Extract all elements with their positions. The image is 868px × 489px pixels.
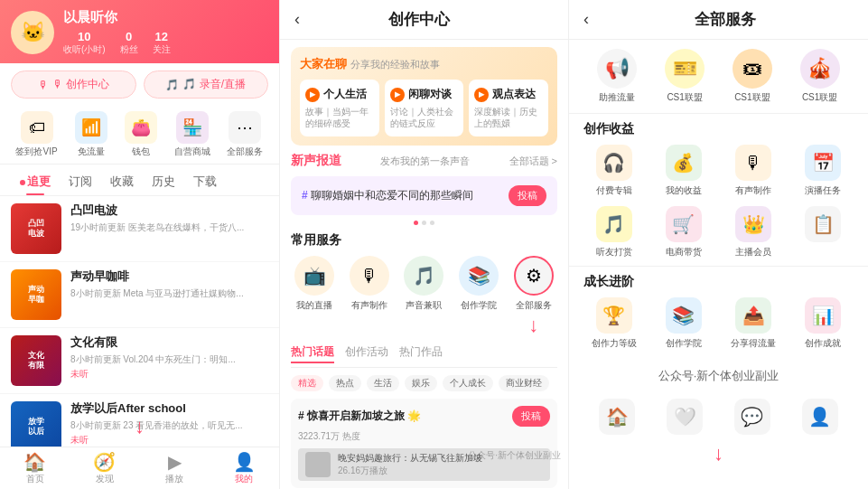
stat-fans-label: 粉丝 (120, 43, 138, 56)
left-actions: 🎙 🎙 创作中心 🎵 🎵 录音/直播 (0, 63, 279, 106)
service-all[interactable]: ⚙ 全部服务 ↓ (514, 256, 554, 312)
dajia-card-sub-3: 深度解读｜历史上的甄嬛 (474, 106, 543, 129)
feed-title-1: 凸凹电波 (70, 203, 268, 219)
subtag-hot[interactable]: 热点 (329, 375, 361, 391)
bottom-icon-1[interactable]: 🏠 (599, 399, 635, 435)
hotmen-tab-works[interactable]: 热门作品 (399, 344, 443, 363)
chuangzuo-section: 创作收益 🎧 付费专辑 💰 我的收益 🎙 有声制作 📅 演播任务 (583, 121, 854, 259)
xinsheng-submit-button[interactable]: 投稿 (509, 185, 546, 206)
list-item[interactable]: 声动早咖 声动早咖啡 8小时前更新 Meta 与亚马逊打通社媒购物... (0, 262, 279, 328)
left-tabs: 追更 订阅 收藏 历史 下载 (0, 165, 279, 196)
list-item[interactable]: 凸凹电波 凸凹电波 19小时前更新 医美老鸟在线爆料，干货八... (0, 196, 279, 262)
tab-xiazai[interactable]: 下载 (184, 168, 226, 195)
subtag-biz[interactable]: 商业财经 (499, 375, 549, 391)
icon-allservice[interactable]: ⋯ 全部服务 (227, 111, 263, 158)
dajia-play-icon-3: ▶ (474, 88, 489, 102)
tab-zhui[interactable]: 追更 (11, 168, 60, 195)
achieve-icon: 📊 (805, 297, 841, 334)
dajia-card-3[interactable]: ▶ 观点表达 深度解读｜历史上的甄嬛 (469, 80, 548, 136)
top-icon-cs1c[interactable]: 🎪 CS1联盟 (800, 49, 840, 104)
grid-item-income[interactable]: 💰 我的收益 (653, 145, 714, 197)
hotmen-tab-topic[interactable]: 热门话题 (291, 344, 334, 363)
icon-vip[interactable]: 🏷 签到抢VIP (15, 111, 57, 158)
subtag-entertain[interactable]: 娱乐 (405, 375, 437, 391)
subtags: 精选 热点 生活 娱乐 个人成长 商业财经 (291, 375, 557, 391)
nav-home[interactable]: 🏠 首页 (0, 453, 70, 485)
hot-post-submit-button[interactable]: 投稿 (512, 406, 550, 427)
nav-me[interactable]: 👤 我的 (210, 453, 279, 485)
academy-label: 创作学院 (461, 299, 497, 312)
service-part-time[interactable]: 🎵 声音兼职 (404, 256, 443, 312)
nav-me-label: 我的 (235, 473, 253, 485)
service-academy[interactable]: 📚 创作学院 (459, 256, 499, 312)
right-back-button[interactable]: ‹ (583, 10, 589, 29)
share-label: 分享得流量 (731, 337, 776, 350)
record-button[interactable]: 🎵 🎵 录音/直播 (144, 71, 269, 99)
hotmen-tabs: 热门话题 创作活动 热门作品 (291, 344, 557, 368)
icon-wallet[interactable]: 👛 钱包 (125, 111, 157, 158)
grid-item-academy-r[interactable]: 📚 创作学院 (653, 297, 714, 350)
dajia-card-1[interactable]: ▶ 个人生活 故事｜当妈一年的细碎感受 (300, 80, 379, 136)
subtag-featured[interactable]: 精选 (291, 375, 323, 391)
bottom-watermark-row: 公众号·新个体创业副业 (569, 357, 868, 395)
dot-2 (422, 221, 426, 225)
grid-item-share[interactable]: 📤 分享得流量 (723, 297, 784, 350)
grid-item-reward[interactable]: 🎵 听友打赏 (583, 206, 644, 259)
user-stats: 10 收听(小时) 0 粉丝 12 关注 (63, 30, 268, 56)
grid-item-produce-r[interactable]: 🎙 有声制作 (723, 145, 784, 197)
task-icon: 📅 (805, 145, 841, 181)
divider-1 (569, 266, 868, 267)
dajia-card-2[interactable]: ▶ 闲聊对谈 讨论｜人类社会的链式反应 (385, 80, 464, 136)
feed-thumb-1: 凸凹电波 (11, 203, 61, 254)
bottom-icon-3[interactable]: 💬 (734, 399, 770, 435)
grid-item-anchor[interactable]: 👑 主播会员 (723, 206, 784, 259)
tab-lishi[interactable]: 历史 (143, 168, 184, 195)
service-live[interactable]: 📺 我的直播 (294, 256, 334, 312)
hot-post-img-meta: 26.16万播放 (338, 465, 482, 477)
service-icons: 📺 我的直播 🎙 有声制作 🎵 声音兼职 📚 创作学院 ⚙ 全部服务 (291, 256, 557, 312)
nav-discover[interactable]: 🧭 发现 (70, 453, 139, 485)
left-panel: 🐱 以晨听你 10 收听(小时) 0 粉丝 12 关注 🎙 (0, 0, 280, 489)
nav-play-label: 播放 (165, 473, 183, 485)
stat-follow: 12 关注 (153, 30, 171, 56)
top-icon-promote[interactable]: 📢 助推流量 (597, 49, 637, 104)
left-icons-row: 🏷 签到抢VIP 📶 免流量 👛 钱包 🏪 自营商城 ⋯ 全部服务 (0, 106, 279, 165)
grid-item-more[interactable]: 📋 (793, 206, 854, 259)
grid-item-level[interactable]: 🏆 创作力等级 (583, 297, 644, 350)
grid-item-album[interactable]: 🎧 付费专辑 (583, 145, 644, 197)
stat-listen: 10 收听(小时) (63, 30, 106, 56)
icon-traffic[interactable]: 📶 免流量 (75, 111, 107, 158)
create-center-button[interactable]: 🎙 🎙 创作中心 (11, 71, 136, 99)
top-icon-cs1a[interactable]: 🎫 CS1联盟 (665, 49, 705, 104)
avatar: 🐱 (11, 11, 54, 54)
dajia-sub: 分享我的经验和故事 (350, 59, 440, 70)
hot-post[interactable]: # 惊喜开启新加坡之旅 🌟 投稿 3223.71万 热度 晚安妈妈趣旅行：从无锡… (291, 399, 557, 488)
tab-dingyue[interactable]: 订阅 (60, 168, 101, 195)
nav-play[interactable]: ▶ 播放 (140, 453, 210, 485)
list-item[interactable]: 文化有限 文化有限 8小时前更新 Vol.204 中东死生门：明知... 未听 (0, 328, 279, 394)
hotmen-tab-activity[interactable]: 创作活动 (345, 344, 388, 363)
icon-shop[interactable]: 🏪 自营商城 (174, 111, 210, 158)
allservice-icon: ⋯ (229, 111, 261, 144)
academy-r-label: 创作学院 (666, 337, 702, 350)
top-icon-cs1b[interactable]: 🎟 CS1联盟 (733, 49, 772, 104)
grid-item-ecom[interactable]: 🛒 电商带货 (653, 206, 714, 259)
user-name: 以晨听你 (63, 9, 268, 26)
bottom-icon-2[interactable]: 🤍 (667, 399, 703, 435)
hot-post-img-content: 晚安妈妈趣旅行：从无锡飞往新加坡 26.16万播放 (338, 452, 482, 477)
xinsheng-more[interactable]: 全部话题 > (509, 155, 557, 168)
subtag-life[interactable]: 生活 (367, 375, 399, 391)
dajia-section: 大家在聊 分享我的经验和故事 ▶ 个人生活 故事｜当妈一年的细碎感受 ▶ 闲聊对… (291, 47, 557, 146)
subtag-growth[interactable]: 个人成长 (443, 375, 493, 391)
bottom-icon-4[interactable]: 👤 (802, 399, 838, 435)
dajia-play-icon-1: ▶ (305, 88, 320, 102)
feed-thumb-3: 文化有限 (11, 335, 61, 386)
grid-item-task[interactable]: 📅 演播任务 (793, 145, 854, 197)
feed-title-4: 放学以后After school (70, 401, 268, 417)
back-button[interactable]: ‹ (294, 10, 300, 29)
grid-item-achieve[interactable]: 📊 创作成就 (793, 297, 854, 350)
live-icon: 📺 (294, 256, 334, 296)
tab-shoucang[interactable]: 收藏 (101, 168, 143, 195)
right-content: 📢 助推流量 🎫 CS1联盟 🎟 CS1联盟 🎪 CS1联盟 创作收益 🎧 (569, 40, 868, 489)
service-produce[interactable]: 🎙 有声制作 (350, 256, 389, 312)
